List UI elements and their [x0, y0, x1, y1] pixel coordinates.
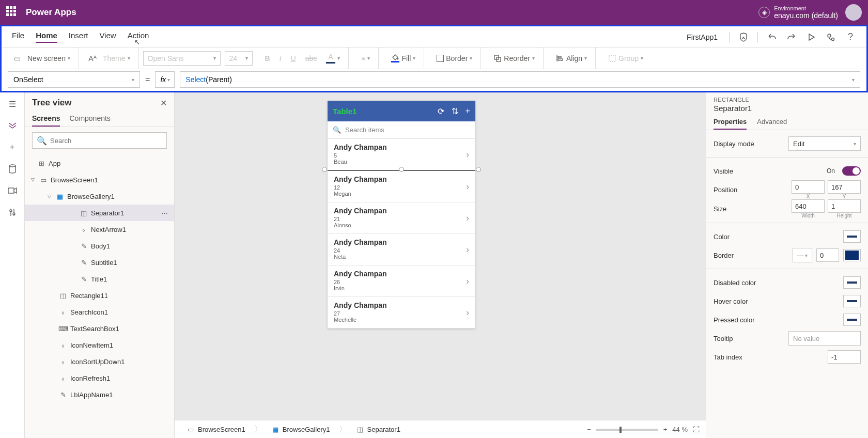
chevron-right-icon[interactable]: ›	[466, 307, 469, 318]
chevron-right-icon[interactable]: ›	[466, 149, 469, 160]
tab-index-input[interactable]: -1	[828, 350, 861, 364]
prop-tab-properties[interactable]: Properties	[714, 118, 747, 130]
list-item[interactable]: Andy Champan 12 Megan ›	[328, 171, 475, 202]
media-icon[interactable]	[6, 184, 19, 197]
pos-x-input[interactable]: 0	[792, 180, 825, 194]
tree-node-browsegallery[interactable]: ▽▦BrowseGallery1	[25, 188, 174, 205]
refresh-icon[interactable]: ⟳	[438, 106, 444, 116]
waffle-icon[interactable]	[6, 6, 19, 19]
tab-file[interactable]: File	[12, 31, 24, 43]
app-preview-search[interactable]: 🔍 Search items	[328, 121, 475, 139]
sort-icon[interactable]: ⇅	[452, 106, 458, 116]
border-width-input[interactable]: 0	[816, 248, 839, 262]
chevron-right-icon[interactable]: ›	[466, 181, 469, 192]
pos-y-input[interactable]: 167	[828, 180, 861, 194]
property-dropdown[interactable]: OnSelect▾	[8, 71, 140, 88]
tree-node-title[interactable]: ✎Title1	[25, 271, 174, 287]
environment-label: Environment	[774, 5, 838, 11]
width-input[interactable]: 640	[792, 199, 825, 213]
tree-node-nextarrow[interactable]: ⬨NextArrow1	[25, 221, 174, 238]
formula-input[interactable]: Select(Parent) ▾	[180, 71, 860, 88]
tree-node-iconrefresh[interactable]: ⬨IconRefresh1	[25, 370, 174, 386]
avatar[interactable]	[845, 4, 862, 21]
strike-button[interactable]: abc	[302, 51, 320, 66]
canvas[interactable]: Table1 ⟳ ⇅ + 🔍 Search items Andy Champan…	[175, 92, 706, 438]
color-swatch[interactable]	[843, 230, 861, 243]
tooltip-input[interactable]: No value	[788, 331, 861, 346]
tools-icon[interactable]	[6, 206, 19, 218]
tree-node-browsescreen[interactable]: ▽▭BrowseScreen1	[25, 171, 174, 188]
visible-toggle[interactable]	[842, 166, 861, 176]
tree-node-textsearchbox[interactable]: ⌨TextSearchBox1	[25, 320, 174, 337]
tree-node-lblappname[interactable]: ✎LblAppName1	[25, 386, 174, 403]
tree-tab-screens[interactable]: Screens	[32, 111, 60, 127]
more-icon[interactable]: ⋯	[161, 209, 168, 217]
crumb-separator[interactable]: ◫Separator1	[350, 423, 406, 436]
align-button[interactable]: Align▾	[553, 51, 590, 66]
bold-button[interactable]: B	[262, 51, 273, 66]
zoom-in-button[interactable]: +	[663, 426, 668, 433]
chevron-right-icon[interactable]: ›	[466, 276, 469, 287]
fill-button[interactable]: Fill▾	[388, 51, 419, 66]
font-family-select[interactable]: Open Sans▾	[143, 51, 221, 66]
data-icon[interactable]	[6, 163, 19, 175]
hamburger-icon[interactable]: ☰	[6, 98, 19, 110]
border-button[interactable]: Border▾	[433, 51, 475, 66]
environment-picker[interactable]: ◈ Environment enayu.com (default)	[758, 5, 838, 20]
new-screen-button[interactable]: New screen▾	[24, 51, 73, 66]
list-item[interactable]: Andy Champan 21 Alonso ›	[328, 202, 475, 234]
hover-color-swatch[interactable]	[843, 295, 861, 307]
group-button[interactable]: Group▾	[605, 51, 646, 66]
disabled-color-swatch[interactable]	[843, 276, 861, 289]
tab-insert[interactable]: Insert	[69, 31, 88, 43]
tree-search-input[interactable]	[50, 137, 162, 145]
undo-icon[interactable]	[766, 32, 778, 43]
add-icon[interactable]: +	[466, 106, 470, 116]
tree-node-subtitle[interactable]: ✎Subtitle1	[25, 254, 174, 271]
list-item[interactable]: Andy Champan 26 Irvin ›	[328, 265, 475, 297]
list-item[interactable]: Andy Champan 24 Neta ›	[328, 234, 475, 265]
height-input[interactable]: 1	[828, 199, 861, 213]
close-icon[interactable]: ✕	[160, 98, 167, 108]
border-style-select[interactable]: — ▾	[793, 248, 812, 262]
list-item[interactable]: Andy Champan 5 Beau ›	[328, 139, 475, 171]
border-color-swatch[interactable]	[843, 249, 861, 261]
tree-view-icon[interactable]	[6, 119, 19, 132]
tree-node-rectangle[interactable]: ◫Rectangle11	[25, 287, 174, 304]
tree-search[interactable]: 🔍	[32, 132, 167, 149]
play-icon[interactable]	[805, 32, 817, 43]
font-size-select[interactable]: 24▾	[225, 51, 253, 66]
crumb-gallery[interactable]: ▦BrowseGallery1	[266, 423, 336, 436]
fx-button[interactable]: fx▾	[155, 71, 175, 88]
display-mode-select[interactable]: Edit▾	[788, 136, 861, 151]
tree-node-iconnewitem[interactable]: ⬨IconNewItem1	[25, 337, 174, 353]
tree-node-body[interactable]: ✎Body1	[25, 238, 174, 254]
text-align-button[interactable]: ≡ ▾	[358, 51, 373, 66]
tree-node-iconsort[interactable]: ⬨IconSortUpDown1	[25, 353, 174, 370]
tree-node-searchicon[interactable]: ⬨SearchIcon1	[25, 304, 174, 320]
chevron-right-icon[interactable]: ›	[466, 213, 469, 224]
share-icon[interactable]	[825, 32, 836, 43]
pressed-color-swatch[interactable]	[843, 314, 861, 326]
zoom-slider[interactable]	[596, 429, 658, 431]
app-checker-icon[interactable]	[738, 32, 749, 43]
font-color-button[interactable]: A▾	[323, 51, 343, 66]
list-item[interactable]: Andy Champan 27 Mechelle ›	[328, 297, 475, 328]
tree-node-app[interactable]: ⊞App	[25, 155, 174, 171]
insert-icon[interactable]: +	[6, 141, 19, 153]
crumb-screen[interactable]: ▭BrowseScreen1	[181, 423, 251, 436]
tree-tab-components[interactable]: Components	[69, 111, 110, 127]
reorder-button[interactable]: Reorder▾	[490, 51, 538, 66]
fit-icon[interactable]: ⛶	[693, 426, 700, 433]
tab-view[interactable]: View	[99, 31, 116, 43]
chevron-right-icon[interactable]: ›	[466, 244, 469, 255]
tree-node-separator[interactable]: ◫Separator1⋯	[25, 205, 174, 221]
italic-button[interactable]: I	[276, 51, 285, 66]
underline-button[interactable]: U	[288, 51, 299, 66]
prop-tab-advanced[interactable]: Advanced	[757, 118, 787, 130]
tab-home[interactable]: Home	[36, 31, 57, 43]
help-icon[interactable]: ?	[845, 32, 856, 43]
redo-icon[interactable]	[786, 32, 797, 43]
zoom-out-button[interactable]: −	[587, 426, 591, 433]
theme-button[interactable]: Theme▾	[100, 51, 133, 66]
